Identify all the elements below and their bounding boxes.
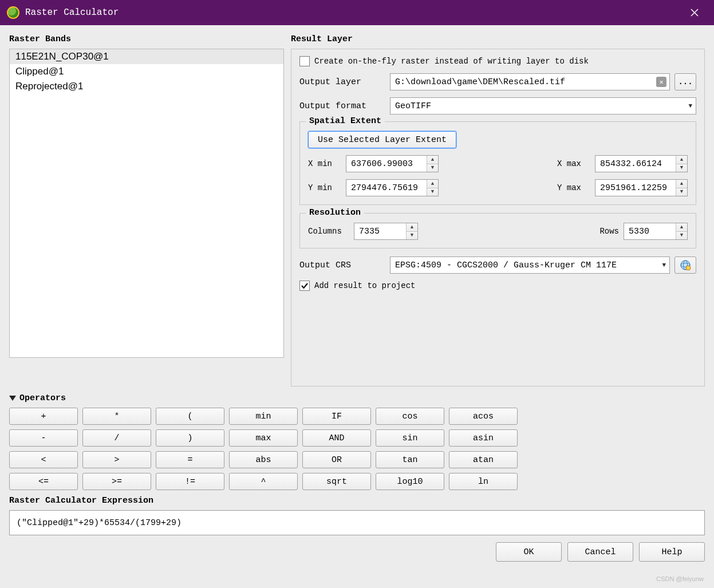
operator-button[interactable]: - — [9, 429, 78, 447]
result-layer-panel: Create on-the-fly raster instead of writ… — [291, 49, 705, 386]
operator-button[interactable]: <= — [9, 473, 78, 490]
spin-up-icon[interactable]: ▲ — [676, 156, 687, 164]
operator-button[interactable]: = — [156, 451, 224, 468]
operator-button[interactable]: > — [82, 451, 151, 468]
rows-input[interactable] — [624, 223, 676, 239]
output-format-value: GeoTIFF — [395, 101, 431, 111]
xmin-label: X min — [308, 159, 341, 168]
add-result-checkbox[interactable]: Add result to project — [299, 281, 415, 291]
help-button[interactable]: Help — [639, 542, 705, 562]
operator-button[interactable]: < — [9, 451, 78, 468]
resolution-groupbox: Resolution Columns ▲▼ Rows ▲▼ — [299, 213, 696, 248]
chevron-down-icon: ▼ — [688, 102, 692, 109]
clear-input-icon[interactable]: ✕ — [656, 77, 666, 87]
spin-up-icon[interactable]: ▲ — [407, 223, 417, 232]
operator-button[interactable]: log10 — [376, 473, 444, 490]
operator-button[interactable]: ln — [449, 473, 518, 490]
collapse-icon — [9, 396, 16, 401]
spin-up-icon[interactable]: ▲ — [427, 156, 438, 164]
titlebar: Raster Calculator — [0, 0, 714, 25]
output-crs-combobox[interactable]: EPSG:4509 - CGCS2000 / Gauss-Kruger CM 1… — [390, 256, 670, 274]
operator-button[interactable]: ^ — [229, 473, 298, 490]
ymax-label: Y max — [557, 183, 590, 192]
rows-label: Rows — [593, 227, 619, 236]
list-item[interactable]: Reprojected@1 — [10, 79, 283, 94]
ok-button[interactable]: OK — [496, 542, 562, 562]
operator-button[interactable]: tan — [376, 451, 444, 468]
operator-button[interactable]: / — [82, 429, 151, 447]
resolution-title: Resolution — [306, 208, 364, 218]
ymin-label: Y min — [308, 183, 341, 192]
xmax-label: X max — [557, 159, 590, 168]
output-layer-label: Output layer — [299, 77, 385, 87]
raster-bands-title: Raster Bands — [9, 34, 284, 44]
spin-up-icon[interactable]: ▲ — [676, 223, 687, 232]
columns-label: Columns — [308, 227, 349, 236]
operator-button[interactable]: != — [156, 473, 224, 490]
operator-button[interactable]: max — [229, 429, 298, 447]
spatial-extent-groupbox: Spatial Extent Use Selected Layer Extent… — [299, 121, 696, 205]
xmax-input[interactable] — [595, 156, 676, 172]
ymin-input[interactable] — [346, 180, 427, 196]
operator-button[interactable]: >= — [82, 473, 151, 490]
operator-button[interactable]: sin — [376, 429, 444, 447]
xmin-spinbox[interactable]: ▲▼ — [346, 155, 439, 172]
spatial-extent-title: Spatial Extent — [306, 116, 385, 126]
svg-point-5 — [686, 266, 691, 270]
operator-button[interactable]: + — [9, 408, 78, 425]
result-layer-title: Result Layer — [291, 34, 705, 44]
spin-up-icon[interactable]: ▲ — [676, 180, 687, 188]
operator-button[interactable]: sqrt — [302, 473, 371, 490]
operator-button[interactable]: acos — [449, 408, 518, 425]
rows-spinbox[interactable]: ▲▼ — [624, 223, 688, 240]
spin-down-icon[interactable]: ▼ — [676, 188, 687, 196]
expression-input[interactable] — [9, 510, 705, 535]
raster-bands-listbox[interactable]: 115E21N_COP30@1Clipped@1Reprojected@1 — [9, 49, 284, 358]
operator-button[interactable]: asin — [449, 429, 518, 447]
operators-title-label: Operators — [19, 393, 66, 403]
list-item[interactable]: Clipped@1 — [10, 64, 283, 79]
operator-button[interactable]: cos — [376, 408, 444, 425]
create-on-fly-label: Create on-the-fly raster instead of writ… — [314, 57, 589, 66]
watermark-text: CSDN @feiyunw — [656, 575, 704, 582]
spin-up-icon[interactable]: ▲ — [427, 180, 438, 188]
ymin-spinbox[interactable]: ▲▼ — [346, 179, 439, 196]
ymax-input[interactable] — [595, 180, 676, 196]
operators-grid: +*(minIFcosacos-/)maxANDsinasin<>=absORt… — [9, 408, 705, 490]
operator-button[interactable]: atan — [449, 451, 518, 468]
columns-input[interactable] — [354, 223, 406, 239]
spin-down-icon[interactable]: ▼ — [676, 164, 687, 172]
operator-button[interactable]: * — [82, 408, 151, 425]
xmin-input[interactable] — [346, 156, 427, 172]
operator-button[interactable]: IF — [302, 408, 371, 425]
ymax-spinbox[interactable]: ▲▼ — [595, 179, 688, 196]
spin-down-icon[interactable]: ▼ — [407, 232, 417, 240]
operator-button[interactable]: OR — [302, 451, 371, 468]
list-item[interactable]: 115E21N_COP30@1 — [10, 49, 283, 64]
output-layer-input[interactable] — [390, 73, 670, 90]
spin-down-icon[interactable]: ▼ — [427, 188, 438, 196]
operator-button[interactable]: ( — [156, 408, 224, 425]
spin-down-icon[interactable]: ▼ — [676, 232, 687, 240]
globe-icon — [680, 259, 691, 271]
window-title: Raster Calculator — [25, 7, 119, 18]
output-crs-value: EPSG:4509 - CGCS2000 / Gauss-Kruger CM 1… — [395, 261, 617, 270]
operator-button[interactable]: ) — [156, 429, 224, 447]
output-format-label: Output format — [299, 101, 385, 111]
operator-button[interactable]: AND — [302, 429, 371, 447]
operator-button[interactable]: min — [229, 408, 298, 425]
dialog-button-row: OK Cancel Help — [9, 542, 705, 562]
xmax-spinbox[interactable]: ▲▼ — [595, 155, 688, 172]
columns-spinbox[interactable]: ▲▼ — [354, 223, 418, 240]
create-on-fly-checkbox[interactable]: Create on-the-fly raster instead of writ… — [299, 56, 589, 66]
browse-output-button[interactable]: ... — [674, 73, 696, 90]
cancel-button[interactable]: Cancel — [567, 542, 633, 562]
operators-title[interactable]: Operators — [9, 393, 705, 403]
select-crs-button[interactable] — [674, 256, 696, 274]
operator-button[interactable]: abs — [229, 451, 298, 468]
spin-down-icon[interactable]: ▼ — [427, 164, 438, 172]
output-format-combobox[interactable]: GeoTIFF ▼ — [390, 97, 696, 115]
close-button[interactable] — [682, 0, 707, 25]
qgis-logo-icon — [7, 6, 19, 19]
use-selected-extent-button[interactable]: Use Selected Layer Extent — [308, 131, 456, 148]
